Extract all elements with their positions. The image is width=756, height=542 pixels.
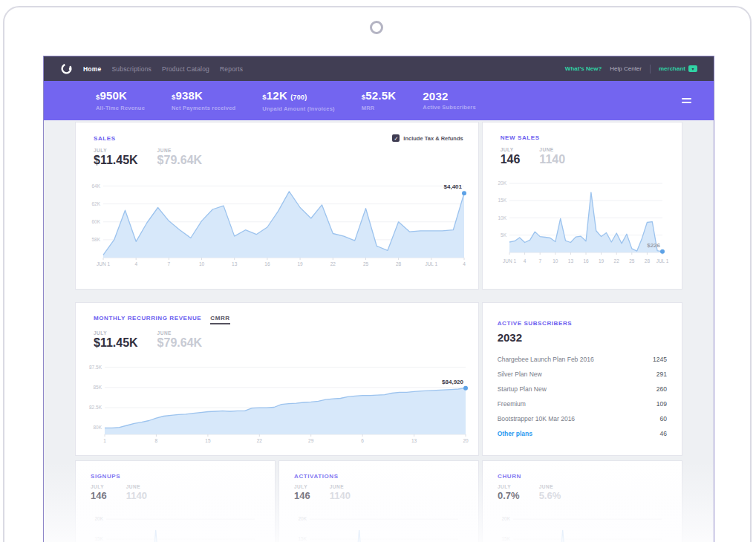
svg-text:28: 28 — [396, 261, 402, 267]
churn-card: CHURN JULY 0.7% JUNE 5.6% — [482, 460, 682, 542]
nav-item-home[interactable]: Home — [83, 65, 101, 73]
svg-text:16: 16 — [584, 258, 590, 264]
svg-text:10: 10 — [199, 261, 205, 267]
svg-text:JUN 1: JUN 1 — [97, 261, 110, 267]
svg-text:13: 13 — [411, 438, 417, 443]
svg-text:80K: 80K — [93, 425, 102, 430]
navbar-right: What's New? Help Center merchant ▾ — [565, 65, 697, 74]
active-subscribers-card: ACTIVE SUBSCRIBERS 2032 Chargebee Launch… — [482, 302, 682, 456]
tab-cmrr[interactable]: CMRR — [210, 315, 229, 324]
activations-card: ACTIVATIONS JULY 146 JUNE 1140 — [278, 460, 479, 542]
svg-text:29: 29 — [308, 438, 314, 443]
stat-net-payments: $938K Net Payments received — [172, 90, 235, 111]
nav-item-subscriptions[interactable]: Subscriptions — [111, 65, 151, 73]
merchant-menu[interactable]: merchant ▾ — [659, 65, 697, 72]
svg-text:JUN 1: JUN 1 — [503, 258, 516, 264]
svg-text:4: 4 — [463, 261, 466, 267]
merchant-label: merchant — [659, 65, 685, 72]
svg-text:15K: 15K — [298, 536, 307, 541]
activations-title: ACTIVATIONS — [294, 473, 339, 480]
mrr-area-chart: 80K82.5K85K87.5K1815222961320$84,920 — [84, 357, 470, 444]
svg-text:13: 13 — [232, 261, 238, 267]
main-nav: Home Subscriptions Product Catalog Repor… — [83, 65, 243, 73]
chargebee-logo-icon[interactable] — [60, 62, 73, 75]
tablet-frame: Home Subscriptions Product Catalog Repor… — [3, 6, 752, 542]
churn-june-figure: JUNE 5.6% — [539, 484, 561, 501]
signups-mini-chart: 20K15K — [90, 509, 261, 542]
stat-value: 2032 — [423, 91, 476, 102]
activations-june-figure: JUNE 1140 — [330, 484, 351, 501]
stat-label: MRR — [362, 105, 397, 111]
svg-text:15K: 15K — [501, 536, 510, 541]
svg-text:5K: 5K — [501, 232, 507, 238]
svg-text:28: 28 — [645, 258, 651, 264]
svg-text:22: 22 — [257, 438, 263, 443]
svg-text:1: 1 — [103, 438, 106, 443]
stat-label: Unpaid Amount (Invoices) — [262, 105, 334, 112]
other-plans-row: Other plans 46 — [498, 426, 667, 441]
new-sales-june-figure: JUNE 1140 — [539, 147, 565, 166]
new-sales-july-figure: JULY 146 — [501, 147, 521, 166]
svg-text:JUL 1: JUL 1 — [656, 258, 669, 264]
svg-text:82.5K: 82.5K — [89, 405, 102, 410]
nav-item-product-catalog[interactable]: Product Catalog — [162, 65, 209, 73]
svg-text:62K: 62K — [91, 201, 100, 206]
svg-text:20: 20 — [463, 438, 469, 443]
menu-icon[interactable] — [679, 95, 694, 106]
new-sales-area-chart: 5K10K15K20KJUN 14710131619222528JUL 1$22… — [495, 174, 669, 264]
stat-active-subscribers: 2032 Active Subscribers — [423, 91, 476, 111]
svg-text:15: 15 — [205, 438, 211, 443]
plan-row: Silver Plan New 291 — [498, 367, 667, 382]
svg-text:$84,920: $84,920 — [442, 379, 463, 385]
plan-list: Chargebee Launch Plan Feb 2016 1245 Silv… — [498, 352, 667, 441]
svg-text:6: 6 — [361, 438, 364, 443]
new-sales-title: NEW SALES — [501, 134, 540, 141]
camera-icon — [370, 21, 383, 34]
top-navbar: Home Subscriptions Product Catalog Repor… — [44, 56, 714, 81]
svg-text:25: 25 — [363, 261, 369, 267]
mrr-card: MONTHLY RECURRING REVENUE CMRR JULY $11.… — [75, 302, 479, 456]
whats-new-link[interactable]: What's New? — [565, 65, 602, 72]
other-plans-link[interactable]: Other plans — [498, 430, 532, 437]
stat-label: All-Time Revenue — [96, 105, 145, 111]
sales-june-figure: JUNE $79.64K — [157, 148, 203, 167]
svg-text:4: 4 — [134, 261, 137, 267]
svg-text:25: 25 — [630, 258, 636, 264]
sales-title: SALES — [94, 135, 116, 142]
svg-text:$226: $226 — [648, 242, 661, 249]
include-tax-refunds-checkbox[interactable]: ✓ Include Tax & Refunds — [392, 134, 463, 142]
svg-text:22: 22 — [614, 258, 620, 264]
svg-text:13: 13 — [568, 258, 574, 264]
svg-text:19: 19 — [599, 258, 605, 264]
dashboard-content: SALES ✓ Include Tax & Refunds JULY $11.4… — [44, 120, 714, 542]
sales-card: SALES ✓ Include Tax & Refunds JULY $11.4… — [75, 122, 479, 290]
stat-value: $950K — [96, 90, 145, 102]
active-subscribers-title: ACTIVE SUBSCRIBERS — [498, 320, 573, 327]
activations-july-figure: JULY 146 — [294, 484, 310, 501]
plan-row: Chargebee Launch Plan Feb 2016 1245 — [498, 352, 667, 367]
svg-text:16: 16 — [264, 261, 270, 267]
svg-text:22: 22 — [330, 261, 336, 267]
stat-unpaid-amount: $12K (700) Unpaid Amount (Invoices) — [262, 90, 334, 112]
signups-july-figure: JULY 146 — [91, 484, 107, 501]
plan-row: Freemium 109 — [498, 396, 667, 411]
mrr-title: MONTHLY RECURRING REVENUE — [94, 315, 201, 321]
svg-text:19: 19 — [297, 261, 303, 267]
svg-text:JUL 1: JUL 1 — [425, 261, 437, 267]
stat-label: Active Subscribers — [423, 104, 476, 111]
page: Home Subscriptions Product Catalog Repor… — [0, 0, 756, 542]
svg-text:10: 10 — [553, 258, 559, 264]
plan-row: Bootstrapper 10K Mar 2016 60 — [498, 411, 667, 426]
svg-text:8: 8 — [154, 438, 157, 443]
mrr-july-figure: JULY $11.45K — [94, 330, 138, 350]
help-center-link[interactable]: Help Center — [610, 65, 642, 72]
svg-text:10K: 10K — [498, 215, 507, 221]
nav-item-reports[interactable]: Reports — [220, 65, 243, 73]
chevron-down-icon: ▾ — [688, 65, 697, 72]
sales-area-chart: 58K60K62K64KJUN 14710131619222528JUL 14$… — [84, 174, 470, 267]
svg-text:7: 7 — [167, 261, 170, 267]
churn-july-figure: JULY 0.7% — [498, 484, 520, 501]
svg-text:87.5K: 87.5K — [89, 365, 102, 370]
svg-text:4: 4 — [524, 258, 527, 264]
signups-june-figure: JUNE 1140 — [126, 484, 147, 501]
